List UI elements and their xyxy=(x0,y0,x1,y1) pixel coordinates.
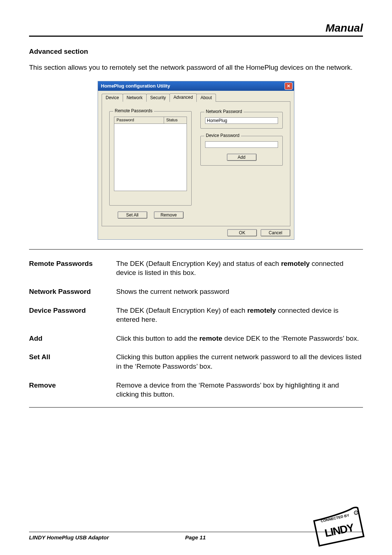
col-status[interactable]: Status xyxy=(164,117,187,123)
page-title: Manual xyxy=(326,22,363,34)
config-dialog: HomePlug configuration Utility ✕ Device … xyxy=(98,81,294,240)
list-header: Password Status xyxy=(114,117,187,124)
tab-advanced[interactable]: Advanced xyxy=(170,93,197,102)
def-term: Device Password xyxy=(29,306,116,324)
add-button[interactable]: Add xyxy=(227,154,257,161)
network-password-label: Network Password xyxy=(204,109,244,114)
set-all-button[interactable]: Set All xyxy=(118,211,147,219)
divider xyxy=(29,407,363,408)
svg-text:LINDY: LINDY xyxy=(323,521,355,539)
remove-button[interactable]: Remove xyxy=(154,211,184,219)
footer-product: LINDY HomePlug USB Adaptor xyxy=(29,534,109,540)
def-network-password: Network Password Shows the current netwo… xyxy=(29,287,363,296)
col-password[interactable]: Password xyxy=(114,117,164,123)
tab-panel-advanced: Remote Passwords Password Status Set All… xyxy=(102,101,290,226)
section-heading: Advanced section xyxy=(29,48,363,56)
footer-page: Page 11 xyxy=(185,534,206,540)
cancel-button[interactable]: Cancel xyxy=(261,229,290,236)
def-device-password: Device Password The DEK (Default Encrypt… xyxy=(29,306,363,324)
def-remote-passwords: Remote Passwords The DEK (Default Encryp… xyxy=(29,259,363,278)
lindy-logo: CONNECTED BY LINDY ® xyxy=(312,505,367,548)
network-password-group: Network Password xyxy=(200,112,283,129)
svg-text:®: ® xyxy=(355,511,358,514)
remote-passwords-list[interactable] xyxy=(114,124,187,191)
def-add: Add Click this button to add the remote … xyxy=(29,334,363,343)
tab-network[interactable]: Network xyxy=(123,94,147,102)
def-term: Network Password xyxy=(29,287,116,296)
def-desc: Shows the current network password xyxy=(116,287,363,296)
dialog-body: Device Network Security Advanced About R… xyxy=(98,91,294,239)
remote-passwords-group: Remote Passwords Password Status xyxy=(109,111,192,206)
device-password-label: Device Password xyxy=(204,133,241,138)
def-desc: Clicking this button applies the current… xyxy=(116,352,363,371)
def-term: Add xyxy=(29,334,116,343)
close-icon[interactable]: ✕ xyxy=(285,82,293,90)
def-term: Remove xyxy=(29,381,116,399)
network-password-input[interactable] xyxy=(205,117,278,124)
def-remove: Remove Remove a device from the ‘Remote … xyxy=(29,381,363,399)
def-desc: Click this button to add the remote devi… xyxy=(116,334,363,343)
def-desc: The DEK (Default Encryption Key) of each… xyxy=(116,306,363,324)
definition-list: Remote Passwords The DEK (Default Encryp… xyxy=(29,259,363,399)
remote-passwords-label: Remote Passwords xyxy=(113,108,154,113)
dialog-title-bar: HomePlug configuration Utility ✕ xyxy=(98,81,294,91)
dialog-title: HomePlug configuration Utility xyxy=(101,83,170,89)
def-desc: The DEK (Default Encryption Key) and sta… xyxy=(116,259,363,278)
def-set-all: Set All Clicking this button applies the… xyxy=(29,352,363,371)
tab-row: Device Network Security Advanced About xyxy=(102,93,290,102)
tab-device[interactable]: Device xyxy=(102,94,123,102)
tab-about[interactable]: About xyxy=(196,94,216,102)
device-password-input[interactable] xyxy=(205,141,278,148)
def-desc: Remove a device from the ‘Remote Passwor… xyxy=(116,381,363,399)
tab-security[interactable]: Security xyxy=(146,94,170,102)
device-password-group: Device Password Add xyxy=(200,136,283,166)
divider xyxy=(29,249,363,250)
ok-button[interactable]: OK xyxy=(227,229,257,236)
intro-paragraph: This section allows you to remotely set … xyxy=(29,63,363,72)
def-term: Set All xyxy=(29,352,116,371)
def-term: Remote Passwords xyxy=(29,259,116,278)
